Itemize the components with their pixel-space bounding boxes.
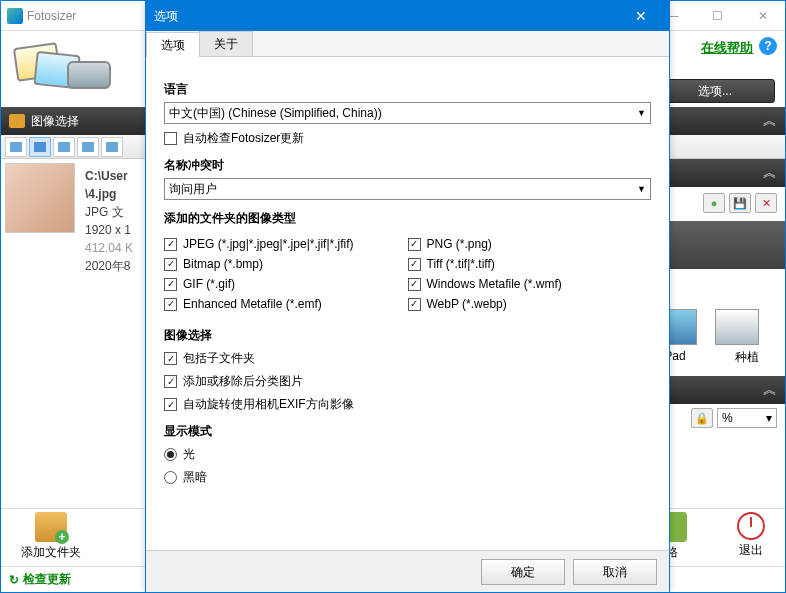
exit-button[interactable]: 退出: [737, 512, 765, 561]
exit-label: 退出: [739, 542, 763, 559]
types-grid: JPEG (*.jpg|*.jpeg|*.jpe|*.jif|*.jfif) B…: [164, 231, 651, 317]
type-tiff-label: Tiff (*.tif|*.tiff): [427, 257, 495, 271]
image-select-label: 图像选择: [31, 113, 79, 130]
preset-crop-label: 种植: [725, 349, 769, 366]
auto-update-label: 自动检查Fotosizer更新: [183, 130, 304, 147]
type-bmp-checkbox[interactable]: [164, 258, 177, 271]
name-conflict-value: 询问用户: [169, 181, 217, 198]
type-webp-checkbox[interactable]: [408, 298, 421, 311]
chevron-down-icon: ▼: [637, 108, 646, 118]
ok-button[interactable]: 确定: [481, 559, 565, 585]
app-title: Fotosizer: [27, 9, 76, 23]
collapse-icon[interactable]: ︽: [763, 112, 777, 130]
auto-rotate-label: 自动旋转使用相机EXIF方向影像: [183, 396, 354, 413]
preset-crop-thumb[interactable]: [715, 309, 759, 345]
type-wmf-checkbox[interactable]: [408, 278, 421, 291]
file-thumbnail[interactable]: [5, 163, 75, 233]
file-name: \4.jpg: [85, 185, 133, 203]
file-info: C:\User \4.jpg JPG 文 1920 x 1 412.04 K 2…: [81, 163, 133, 275]
name-conflict-select[interactable]: 询问用户 ▼: [164, 178, 651, 200]
file-date: 2020年8: [85, 257, 133, 275]
view-btn-4[interactable]: [77, 137, 99, 157]
file-type: JPG 文: [85, 203, 133, 221]
delete-item-button[interactable]: ✕: [755, 193, 777, 213]
type-png-checkbox[interactable]: [408, 238, 421, 251]
sort-after-checkbox[interactable]: [164, 375, 177, 388]
display-dark-label: 黑暗: [183, 469, 207, 486]
type-jpeg-label: JPEG (*.jpg|*.jpeg|*.jpe|*.jif|*.jfif): [183, 237, 354, 251]
view-btn-3[interactable]: [53, 137, 75, 157]
percent-value: %: [722, 411, 733, 425]
tab-options[interactable]: 选项: [146, 32, 200, 57]
dialog-footer: 确定 取消: [146, 550, 669, 592]
close-button[interactable]: ✕: [740, 1, 785, 30]
save-item-button[interactable]: 💾: [729, 193, 751, 213]
add-folder-icon: [35, 512, 67, 542]
display-mode-label: 显示模式: [164, 423, 651, 440]
name-conflict-label: 名称冲突时: [164, 157, 651, 174]
dialog-titlebar: 选项 ✕: [146, 1, 669, 31]
type-wmf-label: Windows Metafile (*.wmf): [427, 277, 562, 291]
type-emf-label: Enhanced Metafile (*.emf): [183, 297, 322, 311]
online-help-link[interactable]: 在线帮助: [701, 39, 753, 57]
chevron-down-icon: ▼: [637, 184, 646, 194]
image-select-label: 图像选择: [164, 327, 651, 344]
dialog-title: 选项: [154, 8, 178, 25]
type-tiff-checkbox[interactable]: [408, 258, 421, 271]
preset-thumbs: [653, 309, 777, 345]
display-dark-radio[interactable]: [164, 471, 177, 484]
options-dialog: 选项 ✕ 选项 关于 语言 中文(中国) (Chinese (Simplifie…: [145, 0, 670, 593]
lock-button[interactable]: 🔒: [691, 408, 713, 428]
include-sub-checkbox[interactable]: [164, 352, 177, 365]
chevron-down-icon: ▾: [766, 411, 772, 425]
view-btn-1[interactable]: [5, 137, 27, 157]
file-size: 412.04 K: [85, 239, 133, 257]
language-select[interactable]: 中文(中国) (Chinese (Simplified, China)) ▼: [164, 102, 651, 124]
collapse-icon-r1[interactable]: ︽: [763, 164, 777, 182]
sort-after-label: 添加或移除后分类图片: [183, 373, 303, 390]
add-item-button[interactable]: ●: [703, 193, 725, 213]
auto-rotate-checkbox[interactable]: [164, 398, 177, 411]
cancel-button[interactable]: 取消: [573, 559, 657, 585]
collapse-icon-r2[interactable]: ︽: [763, 381, 777, 399]
options-button[interactable]: 选项...: [655, 79, 775, 103]
type-gif-label: GIF (*.gif): [183, 277, 235, 291]
folder-icon: [9, 114, 25, 128]
type-gif-checkbox[interactable]: [164, 278, 177, 291]
refresh-icon: ↻: [9, 573, 19, 587]
view-btn-2[interactable]: [29, 137, 51, 157]
app-icon: [7, 8, 23, 24]
type-png-label: PNG (*.png): [427, 237, 492, 251]
file-list: C:\User \4.jpg JPG 文 1920 x 1 412.04 K 2…: [1, 159, 141, 499]
language-label: 语言: [164, 81, 651, 98]
power-icon: [737, 512, 765, 540]
view-btn-5[interactable]: [101, 137, 123, 157]
right-toolbar: ● 💾 ✕: [653, 191, 777, 215]
language-value: 中文(中国) (Chinese (Simplified, China)): [169, 105, 382, 122]
auto-update-checkbox[interactable]: [164, 132, 177, 145]
add-folder-label: 添加文件夹: [21, 544, 81, 561]
added-types-label: 添加的文件夹的图像类型: [164, 210, 651, 227]
include-sub-label: 包括子文件夹: [183, 350, 255, 367]
display-light-label: 光: [183, 446, 195, 463]
logo: [9, 39, 119, 99]
dialog-tabs: 选项 关于: [146, 31, 669, 57]
dialog-close-button[interactable]: ✕: [621, 8, 661, 24]
add-folder-button[interactable]: 添加文件夹: [21, 512, 81, 561]
percent-select[interactable]: % ▾: [717, 408, 777, 428]
tab-about[interactable]: 关于: [199, 31, 253, 56]
file-path: C:\User: [85, 167, 133, 185]
help-icon[interactable]: ?: [759, 37, 777, 55]
display-light-radio[interactable]: [164, 448, 177, 461]
window-controls: — ☐ ✕: [650, 1, 785, 30]
dialog-body: 语言 中文(中国) (Chinese (Simplified, China)) …: [146, 57, 669, 550]
type-webp-label: WebP (*.webp): [427, 297, 507, 311]
type-jpeg-checkbox[interactable]: [164, 238, 177, 251]
type-bmp-label: Bitmap (*.bmp): [183, 257, 263, 271]
maximize-button[interactable]: ☐: [695, 1, 740, 30]
file-dimensions: 1920 x 1: [85, 221, 133, 239]
check-update-link[interactable]: 检查更新: [23, 571, 71, 588]
logo-image: [9, 39, 119, 99]
type-emf-checkbox[interactable]: [164, 298, 177, 311]
